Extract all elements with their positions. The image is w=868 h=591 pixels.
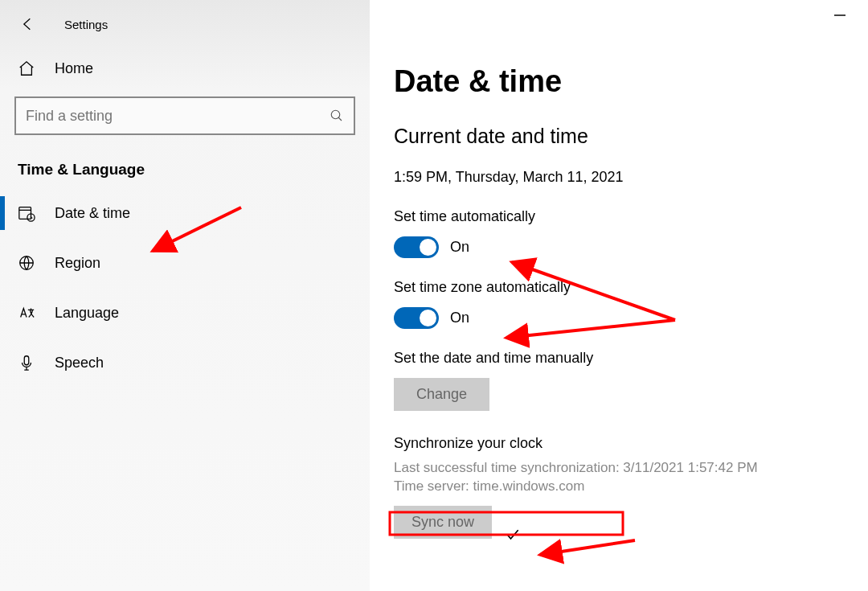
- nav-label-language: Language: [55, 305, 119, 322]
- sidebar: Settings Home Time & Language Date & tim…: [0, 0, 370, 591]
- search-box[interactable]: [14, 96, 355, 135]
- set-tz-auto-state: On: [450, 310, 469, 326]
- sync-now-button[interactable]: Sync now: [394, 506, 492, 539]
- sidebar-item-date-time[interactable]: Date & time: [0, 188, 370, 238]
- sync-heading: Synchronize your clock: [394, 435, 860, 452]
- set-time-auto-state: On: [450, 239, 469, 256]
- time-server-info: Time server: time.windows.com: [394, 478, 860, 495]
- calendar-clock-icon: [18, 204, 35, 222]
- set-tz-auto-toggle[interactable]: [394, 307, 439, 329]
- set-tz-auto-label: Set time zone automatically: [394, 279, 860, 296]
- check-icon: [505, 527, 521, 543]
- current-datetime-value: 1:59 PM, Thursday, March 11, 2021: [394, 169, 860, 186]
- set-time-auto-toggle[interactable]: [394, 236, 439, 258]
- home-label: Home: [55, 60, 93, 77]
- svg-point-0: [331, 110, 340, 119]
- minimize-button[interactable]: [834, 14, 845, 16]
- main-content: Date & time Current date and time 1:59 P…: [394, 0, 860, 591]
- search-input[interactable]: [26, 108, 330, 125]
- set-time-auto-label: Set time automatically: [394, 208, 860, 225]
- svg-rect-4: [24, 356, 29, 365]
- nav-label-region: Region: [55, 255, 100, 272]
- set-time-auto-toggle-row: On: [394, 236, 860, 258]
- sync-row: Sync now: [394, 506, 860, 563]
- back-arrow-icon[interactable]: [19, 16, 35, 32]
- nav-label-date-time: Date & time: [55, 205, 130, 222]
- sidebar-item-region[interactable]: Region: [0, 238, 370, 288]
- sidebar-item-speech[interactable]: Speech: [0, 338, 370, 388]
- microphone-icon: [18, 354, 35, 371]
- header-row: Settings: [0, 10, 370, 45]
- set-tz-auto-toggle-row: On: [394, 307, 860, 329]
- home-icon: [18, 60, 35, 77]
- app-title: Settings: [64, 18, 108, 31]
- page-title: Date & time: [394, 64, 860, 99]
- svg-rect-1: [19, 207, 31, 220]
- current-datetime-heading: Current date and time: [394, 125, 860, 148]
- change-button[interactable]: Change: [394, 378, 489, 411]
- sidebar-item-home[interactable]: Home: [0, 45, 370, 92]
- sidebar-item-language[interactable]: Language: [0, 288, 370, 338]
- search-icon: [330, 109, 344, 123]
- language-icon: [18, 304, 35, 322]
- nav-label-speech: Speech: [55, 355, 104, 371]
- category-header: Time & Language: [0, 154, 370, 188]
- globe-icon: [18, 254, 35, 272]
- last-sync-info: Last successful time synchronization: 3/…: [394, 460, 860, 476]
- set-manual-label: Set the date and time manually: [394, 350, 860, 367]
